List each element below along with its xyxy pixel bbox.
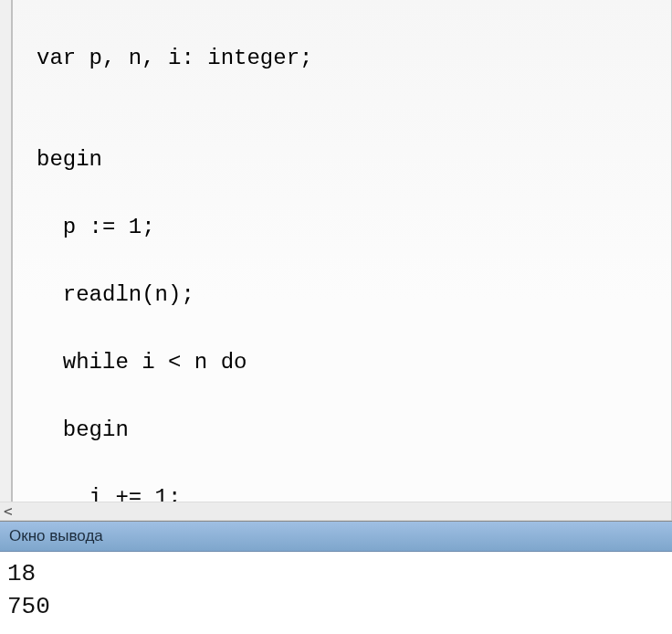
code-line: p := 1; [37,210,671,244]
output-body[interactable]: 18 750 [0,552,672,634]
output-panel: Окно вывода 18 750 [0,521,672,634]
output-line: 18 [7,557,665,590]
scroll-left-button[interactable]: < [0,502,671,521]
code-line: while i < n do [37,345,671,379]
output-panel-title: Окно вывода [0,522,672,552]
chevron-left-icon: < [4,502,13,520]
code-line: begin [37,413,671,447]
ide-window: var p, n, i: integer; begin p := 1; read… [0,0,672,634]
code-line: begin [37,143,671,176]
code-line: readln(n); [37,278,671,312]
output-line: 750 [7,590,665,623]
code-line: i += 1; [37,481,671,502]
code-line: var p, n, i: integer; [37,41,671,75]
editor-pane: var p, n, i: integer; begin p := 1; read… [0,0,672,521]
code-editor[interactable]: var p, n, i: integer; begin p := 1; read… [11,0,671,502]
